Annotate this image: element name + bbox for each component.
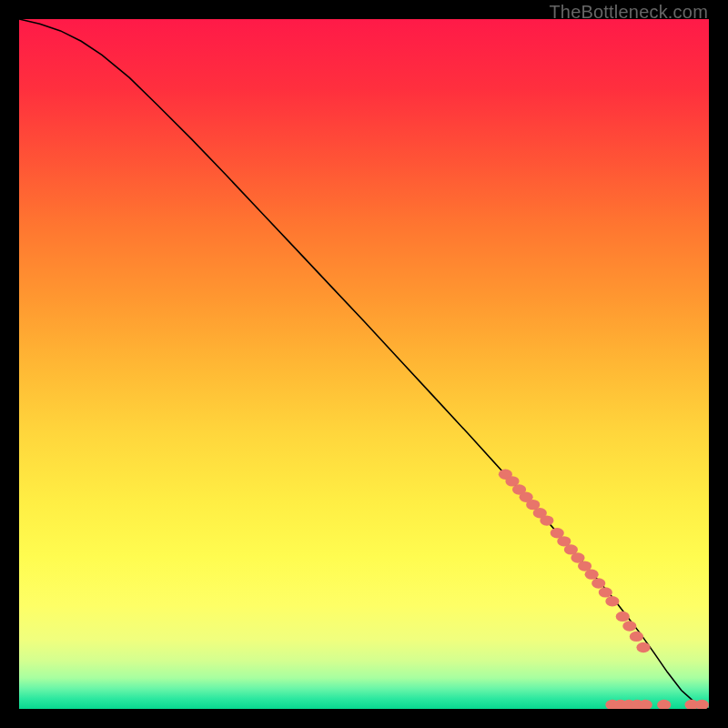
scatter-dot: [599, 587, 612, 597]
scatter-dot: [605, 596, 619, 606]
chart-canvas: [19, 19, 709, 709]
scatter-dot: [622, 621, 636, 631]
scatter-dot: [540, 515, 553, 525]
scatter-dot: [636, 642, 650, 652]
gradient-background: [19, 19, 709, 709]
scatter-dot: [630, 632, 643, 642]
scatter-dot: [585, 570, 599, 580]
scatter-dot: [592, 578, 605, 588]
chart-frame: [19, 19, 709, 709]
scatter-dot: [616, 612, 630, 622]
